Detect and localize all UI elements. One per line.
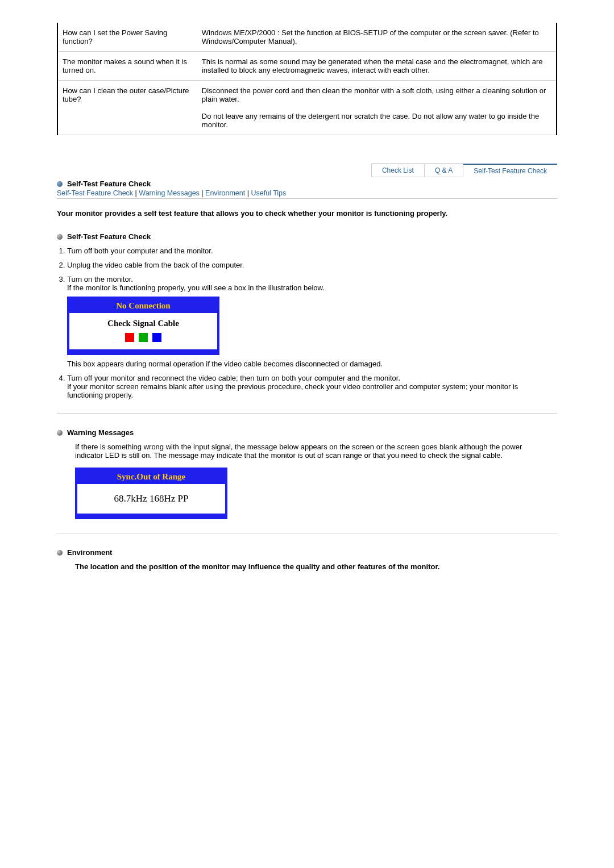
gray-bullet-icon xyxy=(57,234,63,240)
warning-heading-text: Warning Messages xyxy=(67,428,134,437)
osd-text: Check Signal Cable xyxy=(69,319,217,328)
list-item: Unplug the video cable from the back of … xyxy=(67,261,557,269)
intro-text: Your monitor provides a self test featur… xyxy=(57,209,557,218)
link-environment[interactable]: Environment xyxy=(205,189,245,197)
divider xyxy=(57,413,557,414)
qa-question: How can I set the Power Saving function? xyxy=(57,23,197,52)
table-row: How can I clean the outer case/Picture t… xyxy=(57,81,557,135)
gray-bullet-icon xyxy=(57,550,63,556)
section-title: Self-Test Feature Check xyxy=(67,180,151,188)
warning-subheading: Warning Messages xyxy=(57,428,557,437)
warning-block: If there is something wrong with the inp… xyxy=(75,443,551,519)
osd-no-connection: No Connection Check Signal Cable xyxy=(67,297,219,355)
qa-answer: Disconnect the power cord and then clean… xyxy=(197,81,557,135)
environment-heading-text: Environment xyxy=(67,548,112,557)
tab-qa[interactable]: Q & A xyxy=(424,164,463,177)
divider xyxy=(57,533,557,533)
osd-frequency: 68.7kHz 168Hz PP xyxy=(77,493,225,504)
tabs-bar: Check List Q & A Self-Test Feature Check xyxy=(57,164,557,177)
warning-text: If there is something wrong with the inp… xyxy=(75,443,551,460)
osd-title: Sync.Out of Range xyxy=(77,470,225,484)
step3-after: This box appears during normal operation… xyxy=(67,360,551,368)
qa-answer: Windows ME/XP/2000 : Set the function at… xyxy=(197,23,557,52)
rgb-squares-icon xyxy=(69,333,217,344)
table-row: How can I set the Power Saving function?… xyxy=(57,23,557,52)
osd-title: No Connection xyxy=(69,299,217,313)
qa-question: The monitor makes a sound when it is tur… xyxy=(57,52,197,81)
qa-table: How can I set the Power Saving function?… xyxy=(57,23,557,135)
steps-list: Turn off both your computer and the moni… xyxy=(67,247,557,399)
section-header: Self-Test Feature Check xyxy=(57,180,557,188)
environment-text: The location and the position of the mon… xyxy=(75,562,551,571)
link-selftest[interactable]: Self-Test Feature Check xyxy=(57,189,133,197)
link-warning[interactable]: Warning Messages xyxy=(139,189,200,197)
environment-block: The location and the position of the mon… xyxy=(75,562,551,571)
tab-check-list[interactable]: Check List xyxy=(371,164,424,177)
bullet-icon xyxy=(57,181,63,187)
gray-bullet-icon xyxy=(57,430,63,436)
osd-sync-out-of-range: Sync.Out of Range 68.7kHz 168Hz PP xyxy=(75,468,227,519)
table-row: The monitor makes a sound when it is tur… xyxy=(57,52,557,81)
qa-answer: This is normal as some sound may be gene… xyxy=(197,52,557,81)
blue-square-icon xyxy=(152,333,161,342)
sub-links: Self-Test Feature Check | Warning Messag… xyxy=(57,189,557,199)
qa-question: How can I clean the outer case/Picture t… xyxy=(57,81,197,135)
list-item: Turn off both your computer and the moni… xyxy=(67,247,557,255)
red-square-icon xyxy=(125,333,134,342)
environment-subheading: Environment xyxy=(57,548,557,557)
selftest-heading-text: Self-Test Feature Check xyxy=(67,232,151,241)
list-item: Turn off your monitor and reconnect the … xyxy=(67,374,557,399)
tab-self-test[interactable]: Self-Test Feature Check xyxy=(463,164,557,177)
link-useful-tips[interactable]: Useful Tips xyxy=(251,189,286,197)
list-item: Turn on the monitor. If the monitor is f… xyxy=(67,275,557,368)
selftest-subheading: Self-Test Feature Check xyxy=(57,232,557,241)
green-square-icon xyxy=(139,333,148,342)
